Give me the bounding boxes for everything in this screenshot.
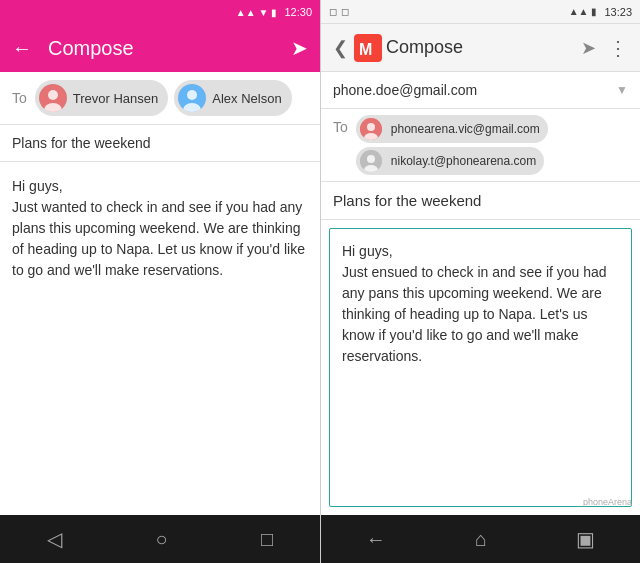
trevor-name: Trevor Hansen (73, 91, 159, 106)
recipient-chip-trevor[interactable]: Trevor Hansen (35, 80, 169, 116)
left-nav-back[interactable]: ◁ (47, 527, 62, 551)
right-to-label: To (333, 115, 348, 175)
left-body[interactable]: Hi guys, Just wanted to check in and see… (0, 162, 320, 515)
right-from-dropdown-icon: ▼ (616, 83, 628, 97)
left-status-bar: ▲▲ ▼ ▮ 12:30 (0, 0, 320, 24)
right-status-icons: ▲▲ ▮ 13:23 (569, 6, 632, 18)
right-email-1: phonearena.vic@gmail.com (391, 122, 540, 136)
left-battery-icon: ▮ (271, 7, 277, 18)
left-back-button[interactable]: ← (12, 37, 32, 60)
right-back-button[interactable]: ❮ (333, 37, 348, 59)
left-title: Compose (32, 37, 291, 60)
left-time: 12:30 (284, 6, 312, 18)
right-time: 13:23 (604, 6, 632, 18)
left-signal-icon: ▲▲ (236, 7, 256, 18)
alex-avatar (178, 84, 206, 112)
chip-avatar-1 (360, 118, 382, 140)
left-send-button[interactable]: ➤ (291, 36, 308, 60)
left-nav-bar: ◁ ○ □ (0, 515, 320, 563)
gmail-icon: M (354, 34, 382, 62)
svg-point-1 (48, 90, 58, 100)
right-signal-icon: ▲▲ (569, 6, 589, 17)
right-subject[interactable]: Plans for the weekend (321, 182, 640, 220)
right-nav-recent[interactable]: ▣ (576, 527, 595, 551)
recipient-chip-alex[interactable]: Alex Nelson (174, 80, 291, 116)
left-wifi-icon: ▼ (259, 7, 269, 18)
right-chip-1[interactable]: phonearena.vic@gmail.com (356, 115, 548, 143)
right-chip-2[interactable]: nikolay.t@phonearena.com (356, 147, 544, 175)
left-to-row: To Trevor Hansen Alex Nelson (0, 72, 320, 125)
right-status-bar: ◻ ◻ ▲▲ ▮ 13:23 (321, 0, 640, 24)
trevor-avatar (39, 84, 67, 112)
right-nav-bar: ← ⌂ ▣ (321, 515, 640, 563)
right-title: Compose (386, 37, 581, 58)
svg-text:M: M (359, 41, 372, 58)
right-battery-icon: ▮ (591, 6, 597, 17)
right-to-chips: phonearena.vic@gmail.com nikolay.t@phone… (356, 115, 628, 175)
alex-name: Alex Nelson (212, 91, 281, 106)
left-panel: ▲▲ ▼ ▮ 12:30 ← Compose ➤ To Trevor Hanse… (0, 0, 320, 563)
right-to-row: To phonearena.vic@gmail.com (321, 109, 640, 182)
right-sim-icon: ◻ (341, 6, 349, 17)
svg-point-4 (187, 90, 197, 100)
right-notification-icon: ◻ (329, 6, 337, 17)
left-to-label: To (12, 90, 27, 106)
left-status-icons: ▲▲ ▼ ▮ 12:30 (236, 6, 312, 18)
right-from-row: phone.doe@gmail.com ▼ (321, 72, 640, 109)
right-body[interactable]: Hi guys, Just ensued to check in and see… (329, 228, 632, 507)
right-panel: ◻ ◻ ▲▲ ▮ 13:23 ❮ M Compose ➤ ⋮ phone.doe… (320, 0, 640, 563)
right-from-email[interactable]: phone.doe@gmail.com (333, 82, 616, 98)
left-subject[interactable]: Plans for the weekend (0, 125, 320, 162)
left-toolbar: ← Compose ➤ (0, 24, 320, 72)
svg-point-12 (367, 155, 375, 163)
right-toolbar: ❮ M Compose ➤ ⋮ (321, 24, 640, 72)
chip-avatar-2 (360, 150, 382, 172)
svg-point-9 (367, 123, 375, 131)
left-nav-home[interactable]: ○ (155, 528, 167, 551)
left-nav-recent[interactable]: □ (261, 528, 273, 551)
right-email-2: nikolay.t@phonearena.com (391, 154, 536, 168)
right-nav-back[interactable]: ← (366, 528, 386, 551)
right-send-button[interactable]: ➤ (581, 37, 596, 59)
right-nav-home[interactable]: ⌂ (475, 528, 487, 551)
right-watermark: phoneArena (583, 497, 632, 507)
right-more-button[interactable]: ⋮ (608, 36, 628, 60)
